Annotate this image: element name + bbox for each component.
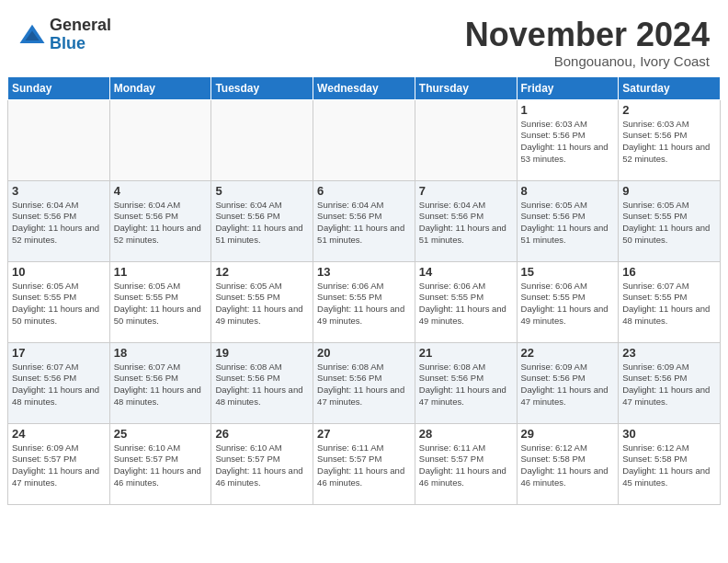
weekday-header-saturday: Saturday — [619, 76, 721, 99]
calendar-container: SundayMondayTuesdayWednesdayThursdayFrid… — [7, 76, 721, 505]
day-cell: 17Sunrise: 6:07 AM Sunset: 5:56 PM Dayli… — [8, 342, 110, 423]
day-cell — [8, 99, 110, 180]
week-row: 17Sunrise: 6:07 AM Sunset: 5:56 PM Dayli… — [8, 342, 721, 423]
day-number: 2 — [622, 103, 716, 117]
day-cell: 1Sunrise: 6:03 AM Sunset: 5:56 PM Daylig… — [517, 99, 619, 180]
day-info: Sunrise: 6:05 AM Sunset: 5:55 PM Dayligh… — [12, 281, 106, 327]
weekday-header-friday: Friday — [517, 76, 619, 99]
day-number: 10 — [12, 265, 106, 279]
day-cell: 30Sunrise: 6:12 AM Sunset: 5:58 PM Dayli… — [619, 423, 721, 504]
day-number: 15 — [521, 265, 615, 279]
logo-text: General Blue — [50, 17, 111, 53]
day-number: 11 — [114, 265, 208, 279]
day-info: Sunrise: 6:10 AM Sunset: 5:57 PM Dayligh… — [215, 442, 309, 489]
logo-blue: Blue — [50, 35, 111, 53]
week-row: 24Sunrise: 6:09 AM Sunset: 5:57 PM Dayli… — [8, 423, 721, 504]
day-cell — [109, 99, 211, 180]
day-cell: 8Sunrise: 6:05 AM Sunset: 5:56 PM Daylig… — [517, 180, 619, 261]
day-number: 12 — [215, 265, 309, 279]
day-info: Sunrise: 6:07 AM Sunset: 5:56 PM Dayligh… — [12, 362, 106, 408]
day-number: 26 — [215, 427, 309, 441]
day-cell: 28Sunrise: 6:11 AM Sunset: 5:57 PM Dayli… — [415, 423, 517, 504]
day-info: Sunrise: 6:03 AM Sunset: 5:56 PM Dayligh… — [622, 119, 716, 166]
week-row: 3Sunrise: 6:04 AM Sunset: 5:56 PM Daylig… — [8, 180, 721, 261]
day-cell: 22Sunrise: 6:09 AM Sunset: 5:56 PM Dayli… — [517, 342, 619, 423]
calendar-body: 1Sunrise: 6:03 AM Sunset: 5:56 PM Daylig… — [8, 99, 721, 504]
day-cell — [313, 99, 415, 180]
day-cell: 25Sunrise: 6:10 AM Sunset: 5:57 PM Dayli… — [109, 423, 211, 504]
day-cell: 9Sunrise: 6:05 AM Sunset: 5:55 PM Daylig… — [619, 180, 721, 261]
day-cell: 29Sunrise: 6:12 AM Sunset: 5:58 PM Dayli… — [517, 423, 619, 504]
day-info: Sunrise: 6:06 AM Sunset: 5:55 PM Dayligh… — [521, 281, 615, 327]
day-cell: 21Sunrise: 6:08 AM Sunset: 5:56 PM Dayli… — [415, 342, 517, 423]
location: Bongouanou, Ivory Coast — [465, 53, 710, 69]
logo-icon — [18, 21, 46, 49]
day-info: Sunrise: 6:03 AM Sunset: 5:56 PM Dayligh… — [521, 119, 615, 166]
weekday-header-sunday: Sunday — [8, 76, 110, 99]
day-number: 19 — [215, 346, 309, 360]
day-cell: 27Sunrise: 6:11 AM Sunset: 5:57 PM Dayli… — [313, 423, 415, 504]
day-number: 21 — [419, 346, 513, 360]
day-cell: 4Sunrise: 6:04 AM Sunset: 5:56 PM Daylig… — [109, 180, 211, 261]
day-info: Sunrise: 6:12 AM Sunset: 5:58 PM Dayligh… — [622, 442, 716, 489]
day-cell: 20Sunrise: 6:08 AM Sunset: 5:56 PM Dayli… — [313, 342, 415, 423]
day-info: Sunrise: 6:08 AM Sunset: 5:56 PM Dayligh… — [419, 362, 513, 408]
day-cell: 19Sunrise: 6:08 AM Sunset: 5:56 PM Dayli… — [211, 342, 313, 423]
day-cell: 10Sunrise: 6:05 AM Sunset: 5:55 PM Dayli… — [8, 261, 110, 342]
month-title: November 2024 — [465, 17, 710, 53]
weekday-header-thursday: Thursday — [415, 76, 517, 99]
day-number: 23 — [622, 346, 716, 360]
day-info: Sunrise: 6:04 AM Sunset: 5:56 PM Dayligh… — [12, 200, 106, 247]
weekday-header-wednesday: Wednesday — [313, 76, 415, 99]
day-cell: 26Sunrise: 6:10 AM Sunset: 5:57 PM Dayli… — [211, 423, 313, 504]
logo: General Blue — [18, 17, 111, 53]
day-cell: 11Sunrise: 6:05 AM Sunset: 5:55 PM Dayli… — [109, 261, 211, 342]
day-number: 5 — [215, 184, 309, 198]
day-number: 14 — [419, 265, 513, 279]
page: General Blue November 2024 Bongouanou, I… — [0, 0, 728, 563]
week-row: 10Sunrise: 6:05 AM Sunset: 5:55 PM Dayli… — [8, 261, 721, 342]
day-number: 24 — [12, 427, 106, 441]
day-info: Sunrise: 6:05 AM Sunset: 5:55 PM Dayligh… — [622, 200, 716, 247]
day-info: Sunrise: 6:09 AM Sunset: 5:56 PM Dayligh… — [622, 362, 716, 408]
day-number: 3 — [12, 184, 106, 198]
day-info: Sunrise: 6:10 AM Sunset: 5:57 PM Dayligh… — [114, 442, 208, 489]
day-info: Sunrise: 6:05 AM Sunset: 5:55 PM Dayligh… — [215, 281, 309, 327]
day-cell: 2Sunrise: 6:03 AM Sunset: 5:56 PM Daylig… — [619, 99, 721, 180]
day-cell: 3Sunrise: 6:04 AM Sunset: 5:56 PM Daylig… — [8, 180, 110, 261]
day-number: 18 — [114, 346, 208, 360]
day-number: 27 — [317, 427, 411, 441]
day-cell: 14Sunrise: 6:06 AM Sunset: 5:55 PM Dayli… — [415, 261, 517, 342]
day-info: Sunrise: 6:06 AM Sunset: 5:55 PM Dayligh… — [317, 281, 411, 327]
day-info: Sunrise: 6:04 AM Sunset: 5:56 PM Dayligh… — [215, 200, 309, 247]
day-number: 9 — [622, 184, 716, 198]
day-cell: 12Sunrise: 6:05 AM Sunset: 5:55 PM Dayli… — [211, 261, 313, 342]
day-cell: 24Sunrise: 6:09 AM Sunset: 5:57 PM Dayli… — [8, 423, 110, 504]
day-info: Sunrise: 6:05 AM Sunset: 5:55 PM Dayligh… — [114, 281, 208, 327]
calendar-table: SundayMondayTuesdayWednesdayThursdayFrid… — [7, 76, 721, 505]
day-number: 17 — [12, 346, 106, 360]
weekday-header-tuesday: Tuesday — [211, 76, 313, 99]
day-number: 4 — [114, 184, 208, 198]
day-cell: 18Sunrise: 6:07 AM Sunset: 5:56 PM Dayli… — [109, 342, 211, 423]
day-info: Sunrise: 6:11 AM Sunset: 5:57 PM Dayligh… — [317, 442, 411, 489]
header: General Blue November 2024 Bongouanou, I… — [0, 0, 728, 76]
title-block: November 2024 Bongouanou, Ivory Coast — [465, 17, 710, 69]
day-info: Sunrise: 6:09 AM Sunset: 5:56 PM Dayligh… — [521, 362, 615, 408]
day-cell: 5Sunrise: 6:04 AM Sunset: 5:56 PM Daylig… — [211, 180, 313, 261]
day-cell: 6Sunrise: 6:04 AM Sunset: 5:56 PM Daylig… — [313, 180, 415, 261]
week-row: 1Sunrise: 6:03 AM Sunset: 5:56 PM Daylig… — [8, 99, 721, 180]
logo-general: General — [50, 17, 111, 35]
day-number: 29 — [521, 427, 615, 441]
day-number: 30 — [622, 427, 716, 441]
day-number: 6 — [317, 184, 411, 198]
day-number: 13 — [317, 265, 411, 279]
day-cell: 15Sunrise: 6:06 AM Sunset: 5:55 PM Dayli… — [517, 261, 619, 342]
day-number: 20 — [317, 346, 411, 360]
day-info: Sunrise: 6:11 AM Sunset: 5:57 PM Dayligh… — [419, 442, 513, 489]
day-number: 1 — [521, 103, 615, 117]
day-info: Sunrise: 6:08 AM Sunset: 5:56 PM Dayligh… — [317, 362, 411, 408]
day-number: 22 — [521, 346, 615, 360]
day-cell: 7Sunrise: 6:04 AM Sunset: 5:56 PM Daylig… — [415, 180, 517, 261]
day-info: Sunrise: 6:04 AM Sunset: 5:56 PM Dayligh… — [419, 200, 513, 247]
